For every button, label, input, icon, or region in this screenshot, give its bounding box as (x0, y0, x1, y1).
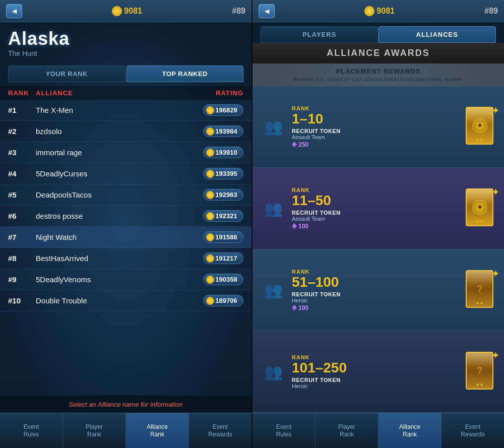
rank-number: #2 (8, 127, 36, 136)
right-back-button[interactable] (259, 4, 275, 18)
crystal-value: 100 (292, 223, 466, 230)
alliance-score: 196829 (188, 104, 243, 116)
card-body: ? ★ ★ (466, 352, 493, 390)
reward-token-label: RECRUIT TOKEN (292, 210, 466, 216)
col-header-rank: RANK (8, 89, 36, 97)
coin-display: 9081 (112, 6, 142, 16)
reward-token-sub: Heroic (292, 297, 466, 303)
col-header-alliance: ALLIANCE (36, 89, 193, 97)
card-body: ✦ ★ ★ (466, 107, 493, 145)
game-subtitle: The Hunt (8, 49, 243, 57)
reward-card: ✦ ★ ★ ✦ (466, 107, 496, 147)
crystal-value: 100 (292, 304, 466, 311)
alliance-name: Night Watch (36, 233, 188, 241)
left-bottom-nav: EventRulesPlayerRankAllianceRankEventRew… (0, 413, 251, 448)
nav-label: EventRewards (461, 423, 484, 438)
reward-card: ? ★ ★ ✦ (466, 270, 496, 310)
right-rank-display: #89 (484, 7, 498, 16)
card-body: ? ★ ★ (466, 270, 493, 308)
right-nav-item-event-rewards[interactable]: EventRewards (442, 413, 504, 448)
table-row[interactable]: #2 bzdsolo 193984 (0, 121, 251, 142)
crystal-icon (292, 223, 297, 229)
rank-number: #10 (8, 296, 36, 305)
table-row[interactable]: #1 The X-Men 196829 (0, 100, 251, 121)
people-icon: 👥 (261, 114, 286, 140)
alliance-awards-header: ALLIANCE AWARDS (253, 43, 504, 63)
table-row[interactable]: #9 5DeadlyVenoms 190358 (0, 269, 251, 290)
rank-number: #7 (8, 233, 36, 241)
nav-item-event-rewards[interactable]: EventRewards (189, 413, 251, 448)
card-shine (467, 189, 492, 204)
reward-card-wrapper: ? ★ ★ ✦ (466, 270, 496, 310)
rank-number: #1 (8, 106, 36, 114)
nav-label: AllianceRank (147, 423, 168, 438)
tab-top-ranked[interactable]: TOP RANKED (127, 66, 244, 82)
alliance-score: 193984 (188, 125, 243, 137)
table-row[interactable]: #10 Double Trouble 189706 (0, 290, 251, 311)
reward-token-sub: Assault Team (292, 216, 466, 222)
reward-token-label: RECRUIT TOKEN (292, 377, 466, 383)
score-badge: 193910 (203, 147, 243, 158)
alliance-name: 5DeadlyVenoms (36, 275, 188, 284)
alliance-name: Double Trouble (36, 296, 188, 305)
right-nav-item-alliance-rank[interactable]: AllianceRank (379, 413, 442, 448)
gold-star-decoration: ✦ (491, 349, 500, 361)
tab-players[interactable]: PLAYERS (261, 26, 379, 43)
alliance-score: 191586 (188, 231, 243, 243)
alliance-name: destros posse (36, 212, 188, 220)
reward-info: RANK 101–250 RECRUIT TOKEN Heroic (292, 354, 466, 389)
tab-alliances[interactable]: ALLIANCES (379, 26, 496, 43)
reward-card: ✦ ★ ★ ✦ (466, 188, 496, 229)
table-row[interactable]: #3 immortal rage 193910 (0, 142, 251, 163)
score-badge: 193395 (203, 168, 243, 179)
gold-star-decoration: ✦ (491, 268, 500, 280)
nav-item-event-rules[interactable]: EventRules (0, 413, 63, 448)
score-badge: 193984 (203, 125, 243, 137)
alliance-score: 193910 (188, 147, 243, 158)
reward-rank-range: 1–10 (292, 111, 466, 127)
alliance-name: immortal rage (36, 148, 188, 157)
reward-token-label: RECRUIT TOKEN (292, 128, 466, 134)
right-coin-display: 9081 (364, 6, 395, 16)
alliance-score: 193395 (188, 168, 243, 179)
nav-label: PlayerRank (86, 423, 103, 438)
nav-item-player-rank[interactable]: PlayerRank (63, 413, 126, 448)
game-title: Alaska (8, 28, 243, 49)
table-row[interactable]: #8 BestHasArrived 191217 (0, 248, 251, 269)
crystal-amount: 250 (298, 141, 308, 148)
reward-info: RANK 1–10 RECRUIT TOKEN Assault Team 250 (292, 105, 466, 148)
back-button[interactable] (6, 4, 22, 18)
right-nav-item-player-rank[interactable]: PlayerRank (316, 413, 379, 448)
rank-number: #4 (8, 169, 36, 178)
rank-rewards-list: 👥 RANK 1–10 RECRUIT TOKEN Assault Team 2… (253, 86, 504, 413)
card-shine (467, 353, 492, 367)
gold-star-decoration: ✦ (491, 104, 500, 116)
right-coin-value: 9081 (376, 7, 395, 16)
score-badge: 196829 (203, 104, 243, 116)
table-header: RANK ALLIANCE RATING (0, 86, 251, 100)
card-stars: ★ ★ (467, 382, 492, 387)
table-row[interactable]: #4 5DeadlyCurses 193395 (0, 163, 251, 184)
score-badge: 192321 (203, 210, 243, 222)
nav-label: EventRules (276, 423, 292, 438)
table-row[interactable]: #5 DeadpoolsTacos 192963 (0, 184, 251, 206)
card-stars: ★ ★ (467, 219, 492, 224)
table-row[interactable]: #6 destros posse 192321 (0, 206, 251, 227)
reward-info: RANK 51–100 RECRUIT TOKEN Heroic 100 (292, 269, 466, 311)
alliance-score: 190358 (188, 274, 243, 285)
alliance-name: The X-Men (36, 106, 188, 114)
nav-item-alliance-rank[interactable]: AllianceRank (126, 413, 189, 448)
select-info-text: Select an Alliance name for information (69, 401, 183, 408)
right-nav-item-event-rules[interactable]: EventRules (253, 413, 316, 448)
left-tab-bar: YOUR RANK TOP RANKED (8, 66, 243, 82)
reward-rank-range: 11–50 (292, 193, 466, 209)
right-coin-icon (364, 6, 374, 16)
tab-your-rank[interactable]: YOUR RANK (8, 66, 125, 82)
coin-value: 9081 (124, 7, 142, 16)
table-row[interactable]: #7 Night Watch 191586 (0, 227, 251, 248)
reward-row: 👥 RANK 11–50 RECRUIT TOKEN Assault Team … (253, 168, 504, 249)
right-tab-bar: PLAYERS ALLIANCES (261, 26, 496, 43)
alliance-awards-title: ALLIANCE AWARDS (261, 48, 496, 58)
rank-number: #5 (8, 190, 36, 199)
score-badge: 192963 (203, 189, 243, 201)
